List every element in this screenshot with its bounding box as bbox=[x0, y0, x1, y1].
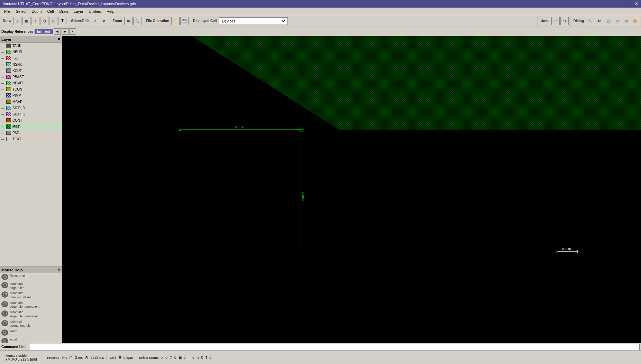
ref-close-btn[interactable]: ✕ bbox=[69, 28, 76, 35]
layer-row[interactable]: — ISO bbox=[0, 55, 62, 61]
layer-vis-icon[interactable]: — bbox=[1, 50, 5, 54]
layer-vis-icon[interactable]: — bbox=[1, 75, 5, 79]
layer-vis-icon[interactable]: — bbox=[1, 118, 5, 122]
title-bar: /mnt/sda1/THAT_Corp/PDK/JI/LayoutEditor_… bbox=[0, 0, 641, 8]
clock-icon: ⏱ bbox=[69, 356, 73, 360]
mouse-help-zoom: zoom bbox=[0, 329, 62, 337]
displayed-cell-label: Displayed Cell bbox=[192, 19, 218, 23]
draw-path-btn[interactable]: ◇ bbox=[49, 17, 57, 25]
svg-point-2 bbox=[3, 283, 7, 287]
mouse-help-close[interactable]: ✕ bbox=[57, 268, 61, 272]
layer-row[interactable]: — TEXT bbox=[0, 136, 62, 142]
menu-select[interactable]: Select bbox=[13, 9, 29, 14]
title-controls[interactable]: _ □ ✕ bbox=[627, 1, 638, 6]
draw-poly-btn[interactable]: ⬡ bbox=[40, 17, 48, 25]
layer-vis-icon[interactable]: — bbox=[1, 106, 5, 110]
layer-row[interactable]: — TANK bbox=[0, 43, 62, 49]
layer-vis-icon[interactable]: — bbox=[1, 87, 5, 91]
minimize-button[interactable]: _ bbox=[627, 1, 630, 6]
menu-file[interactable]: File bbox=[1, 9, 13, 14]
mouse-help-icon-scroll bbox=[1, 338, 8, 343]
layer-vis-icon[interactable]: — bbox=[1, 112, 5, 116]
select-btn[interactable]: ↗ bbox=[91, 17, 99, 25]
deselect-btn[interactable]: ✕ bbox=[100, 17, 108, 25]
dialog-props-btn[interactable]: ◻ bbox=[604, 17, 612, 25]
menu-draw[interactable]: Draw bbox=[56, 9, 71, 14]
layer-row[interactable]: — PIMP bbox=[0, 92, 62, 99]
layer-vis-icon[interactable]: — bbox=[1, 137, 5, 141]
layer-vis-icon[interactable]: — bbox=[1, 44, 5, 48]
menu-cell[interactable]: Cell bbox=[44, 9, 56, 14]
mouse-help-text: scroll bbox=[10, 338, 17, 342]
menu-zoom[interactable]: Zoom bbox=[29, 9, 44, 14]
layer-name: CONT bbox=[12, 119, 22, 122]
layer-panel-close[interactable]: ✕ bbox=[57, 37, 61, 41]
command-line-label: Command Line bbox=[1, 345, 26, 349]
menu-help[interactable]: Help bbox=[104, 9, 117, 14]
menu-utilities[interactable]: Utilities bbox=[86, 9, 104, 14]
dialog-color-btn[interactable]: 🎨 bbox=[631, 17, 639, 25]
layer-row[interactable]: — SICR_G bbox=[0, 111, 62, 117]
dialog-grid-btn[interactable]: ⊞ bbox=[622, 17, 630, 25]
layer-row[interactable]: — NSNK bbox=[0, 61, 62, 67]
save-file-btn[interactable]: 💾 bbox=[180, 17, 189, 25]
dialog-ruler-btn[interactable]: ⊟ bbox=[613, 17, 621, 25]
draw-circle-btn[interactable]: ○ bbox=[31, 17, 39, 25]
undo-label: Undo bbox=[539, 19, 551, 23]
process-time-value: 2 ms bbox=[75, 356, 83, 360]
svg-marker-18 bbox=[192, 36, 641, 130]
layer-row[interactable]: — NEMIT bbox=[0, 80, 62, 86]
mouse-help-label: Mouse Help bbox=[1, 268, 23, 272]
layer-vis-icon[interactable]: — bbox=[1, 56, 5, 60]
undo-btn[interactable]: ↩ bbox=[551, 17, 560, 25]
mouse-help-icon-perm1 bbox=[1, 301, 8, 307]
layout-canvas: 0.5μm 0.5μm 0.5μm bbox=[62, 36, 641, 343]
layer-row[interactable]: — PAD bbox=[0, 130, 62, 136]
draw-arrow-btn[interactable]: ▷ bbox=[13, 17, 21, 25]
cell-dropdown[interactable]: Devices bbox=[219, 17, 288, 25]
zoom-in-btn[interactable]: 🔍 bbox=[133, 17, 141, 25]
layer-vis-icon[interactable]: — bbox=[1, 93, 5, 97]
layer-vis-icon[interactable]: — bbox=[1, 62, 5, 66]
layer-row[interactable]: — MCAP bbox=[0, 99, 62, 105]
layer-row[interactable]: — CONT bbox=[0, 117, 62, 123]
layer-vis-icon[interactable]: — bbox=[1, 100, 5, 104]
layer-vis-icon[interactable]: ✕ bbox=[1, 124, 5, 129]
cell-select[interactable]: Devices bbox=[220, 19, 286, 24]
svg-point-6 bbox=[3, 312, 7, 315]
process-time-extra: 3622 ms bbox=[91, 356, 104, 360]
toolbar-area: Draw ▷ ▦ ○ ⬡ ◇ T Select/Edit ↗ ✕ Zoom ⊞ … bbox=[0, 15, 641, 36]
draw-section: Draw ▷ ▦ ○ ⬡ ◇ T bbox=[0, 15, 68, 27]
mouse-help-auto-edge: automaticedge ruler bbox=[0, 281, 62, 291]
mouse-help-panel: Mouse Help ✕ Ruler: origin automaticedge… bbox=[0, 267, 62, 343]
draw-rect-btn[interactable]: ▦ bbox=[22, 17, 30, 25]
layer-row[interactable]: — NBUR bbox=[0, 49, 62, 55]
draw-text-btn[interactable]: T bbox=[58, 17, 66, 25]
display-ref-label: Display References bbox=[1, 30, 33, 34]
close-button[interactable]: ✕ bbox=[635, 1, 638, 6]
menu-layer[interactable]: Layer bbox=[71, 9, 86, 14]
layer-name: NBUR bbox=[12, 50, 22, 54]
layer-row[interactable]: — XCUT bbox=[0, 67, 62, 74]
redo-btn[interactable]: ↪ bbox=[560, 17, 569, 25]
layer-row[interactable]: — TCON bbox=[0, 86, 62, 92]
canvas-area[interactable]: 0.5μm 0.5μm 0.5μm bbox=[62, 36, 641, 343]
maximize-button[interactable]: □ bbox=[631, 1, 633, 6]
ref-prev-btn[interactable]: ◀ bbox=[54, 28, 61, 35]
grid-label: Grid bbox=[110, 356, 116, 360]
zoom-fit-btn[interactable]: ⊞ bbox=[124, 17, 132, 25]
select-status-label: Select Status bbox=[139, 356, 159, 360]
open-file-btn[interactable]: 📂 bbox=[171, 17, 180, 25]
layer-vis-icon[interactable]: — bbox=[1, 68, 5, 73]
ref-next-btn[interactable]: ▶ bbox=[62, 28, 68, 35]
mouse-help-text: automaticruler with offset bbox=[10, 291, 31, 299]
layer-vis-icon[interactable]: — bbox=[1, 81, 5, 85]
command-line-input[interactable] bbox=[29, 344, 640, 350]
layer-row[interactable]: — SICR_D bbox=[0, 105, 62, 111]
dialog-layers-btn[interactable]: 🔧 bbox=[586, 17, 594, 25]
layer-row[interactable]: ✕ MET bbox=[0, 123, 62, 130]
layer-vis-icon[interactable]: — bbox=[1, 131, 5, 135]
toolbar-row2: Display References Inlimited ◀ ▶ ✕ bbox=[0, 27, 641, 36]
layer-row[interactable]: — PBASE bbox=[0, 74, 62, 80]
dialog-cells-btn[interactable]: ⚙ bbox=[595, 17, 603, 25]
